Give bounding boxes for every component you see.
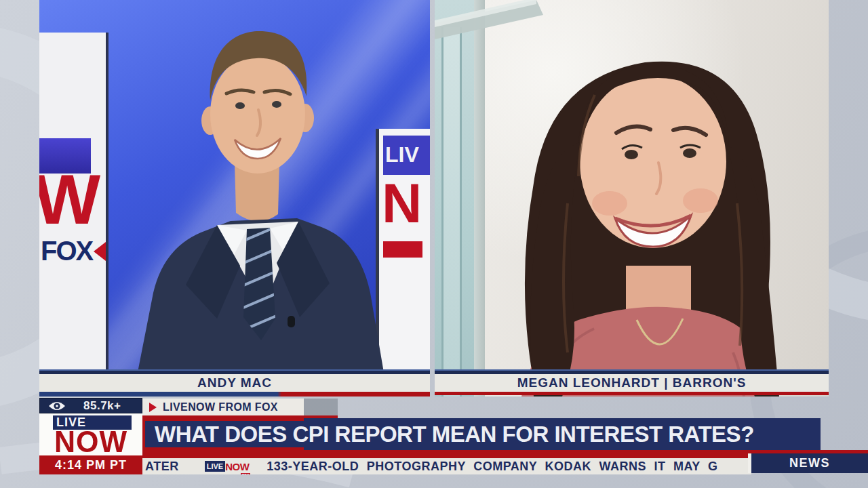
ticker-partial-text: ATER (145, 460, 179, 474)
studio-background: W FOX LIV N (39, 0, 430, 396)
show-tab-label: LIVENOW FROM FOX (163, 401, 278, 413)
livenow-logo: LIVE NOW (39, 413, 142, 455)
tab-gray-extension (304, 399, 338, 415)
news-ticker: ATER LIVE NOW FOX 133-YEAR-OLD PHOTOGRAP… (142, 458, 751, 474)
guest-figure (435, 0, 829, 396)
guest-name-label: MEGAN LEONHARDT | BARRON'S (435, 374, 829, 392)
show-tab: LIVENOW FROM FOX (142, 399, 304, 415)
anchor-name-label: ANDY MAC (39, 374, 430, 392)
broadcast-frame: W FOX LIV N (0, 0, 868, 488)
play-triangle-icon (149, 403, 157, 412)
anchor-video-feed: W FOX LIV N (39, 0, 430, 396)
name-band-top-strip (39, 369, 430, 374)
name-band-bottom-strip (435, 392, 829, 395)
viewer-count-bar: 85.7k+ (39, 398, 142, 413)
ticker-logo-fox: FOX (241, 473, 250, 475)
news-badge: NEWS (751, 453, 868, 473)
ticker-logo-live: LIVE (205, 461, 225, 472)
guest-video-feed: MEGAN LEONHARDT | BARRON'S (435, 0, 829, 396)
eye-icon (48, 401, 66, 411)
guest-room-background (435, 0, 829, 396)
ticker-logo-now: NOW (225, 461, 249, 472)
name-band-top-strip (435, 369, 829, 374)
tab-red-underline (142, 415, 338, 418)
viewer-count: 85.7k+ (83, 399, 121, 413)
name-band-bottom-strip (39, 392, 430, 396)
time-display: 4:14 PM PT (39, 455, 142, 474)
livenow-logo-now: NOW (39, 427, 142, 458)
anchor-figure (39, 0, 430, 396)
headline-banner: WHAT DOES CPI REPORT MEAN FOR INTEREST R… (142, 418, 821, 450)
ticker-logo-now-wrap: NOW FOX (225, 460, 249, 474)
ticker-main-text: 133-YEAR-OLD PHOTOGRAPHY COMPANY KODAK W… (267, 460, 717, 474)
ticker-livenow-logo: LIVE NOW FOX (205, 460, 250, 474)
